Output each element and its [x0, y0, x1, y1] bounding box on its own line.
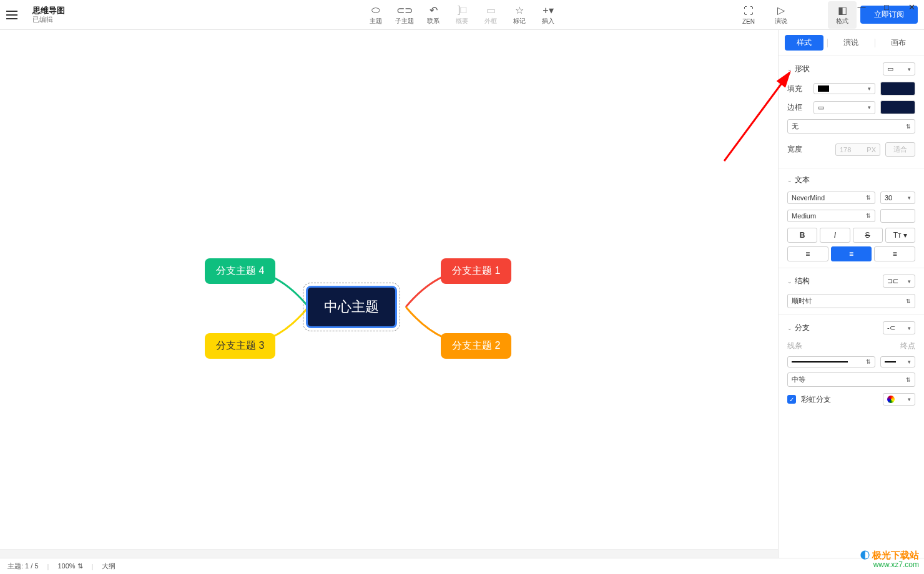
canvas[interactable]: 中心主题 分支主题 4 分支主题 1 分支主题 3 分支主题 2: [0, 30, 778, 558]
text-case-button[interactable]: Tт ▾: [885, 228, 915, 243]
outline-button[interactable]: 大纲: [102, 562, 115, 571]
align-left-button[interactable]: ≡: [787, 246, 828, 261]
branch-header[interactable]: ⌄ 分支 -⊂▾: [787, 321, 915, 334]
branch-topic-2[interactable]: 分支主题 2: [441, 333, 511, 359]
chevron-down-icon: ⌄: [787, 177, 792, 183]
panel-tabs: 样式 演说 画布: [779, 30, 924, 56]
branch-icon: -⊂: [887, 324, 895, 332]
menu-icon[interactable]: [6, 7, 21, 22]
section-branch: ⌄ 分支 -⊂▾ 线条 终点 ⇅ ▾ 中等⇅ ✓ 彩虹分支 ▾: [779, 315, 924, 417]
chevron-down-icon: ⌄: [787, 66, 792, 72]
endpoint-label: 终点: [900, 341, 915, 351]
branch-topic-4[interactable]: 分支主题 4: [205, 258, 275, 284]
section-structure: ⌄ 结构 ⊐⊏▾ 顺时针⇅: [779, 268, 924, 315]
window-controls: — □ ✕: [849, 0, 924, 16]
rainbow-palette-select[interactable]: ▾: [883, 393, 915, 406]
rainbow-checkbox[interactable]: ✓: [787, 395, 796, 404]
chevron-down-icon: ⌄: [787, 325, 792, 331]
tab-canvas[interactable]: 画布: [879, 35, 918, 51]
center-topic[interactable]: 中心主题: [306, 286, 397, 328]
title-block: 思维导图 已编辑: [32, 6, 65, 24]
font-weight-select[interactable]: Medium⇅: [787, 210, 875, 222]
align-right-button[interactable]: ≡: [874, 246, 915, 261]
format-icon: ◧: [838, 4, 847, 16]
subtopic-icon: ⊂⊃: [396, 4, 413, 16]
section-shape: ⌄ 形状 ▭▾ 填充 ▾ 边框 ▭▾ 无⇅: [779, 56, 924, 168]
boundary-button[interactable]: ▭ 外框: [476, 1, 505, 29]
border-style-select[interactable]: 无⇅: [787, 119, 915, 134]
summary-button[interactable]: ]□ 概要: [448, 1, 476, 29]
boundary-icon: ▭: [486, 4, 496, 16]
statusbar: 主题: 1 / 5 | 100% ⇅ | 大纲: [0, 558, 924, 574]
palette-icon: [887, 396, 895, 403]
insert-icon: +▾: [543, 4, 553, 16]
topic-button[interactable]: ⬭ 主题: [361, 1, 390, 29]
subtopic-button[interactable]: ⊂⊃ 子主题: [390, 1, 419, 29]
present-icon: ▷: [777, 4, 785, 16]
marker-button[interactable]: ☆ 标记: [505, 1, 534, 29]
width-label: 宽度: [787, 144, 808, 155]
fill-select[interactable]: ▾: [813, 83, 875, 94]
structure-icon: ⊐⊏: [887, 277, 898, 285]
topic-icon: ⬭: [371, 4, 380, 16]
line-thickness-select[interactable]: ⇅: [787, 356, 875, 367]
fill-label: 填充: [787, 84, 808, 94]
zen-button[interactable]: ⛶ ZEN: [734, 1, 763, 29]
tab-present[interactable]: 演说: [832, 35, 870, 51]
h-scrollbar[interactable]: [0, 549, 778, 558]
shape-select[interactable]: ▭▾: [883, 62, 915, 75]
fill-color[interactable]: [880, 82, 915, 95]
line-label: 线条: [787, 341, 895, 351]
font-select[interactable]: NeverMind⇅: [787, 192, 875, 204]
strike-button[interactable]: S: [853, 228, 883, 243]
main: 中心主题 分支主题 4 分支主题 1 分支主题 3 分支主题 2 样式 演说 画…: [0, 30, 924, 558]
border-label: 边框: [787, 102, 808, 113]
maximize-button[interactable]: □: [874, 0, 899, 16]
bold-button[interactable]: B: [787, 228, 817, 243]
rect-icon: ▭: [818, 104, 824, 112]
present-button[interactable]: ▷ 演说: [767, 1, 795, 29]
fit-button[interactable]: 适合: [885, 142, 915, 157]
relation-button[interactable]: ↶ 联系: [419, 1, 448, 29]
format-panel: 样式 演说 画布 ⌄ 形状 ▭▾ 填充 ▾: [778, 30, 924, 558]
branch-topic-3[interactable]: 分支主题 3: [205, 333, 275, 359]
align-group: ≡ ≡ ≡: [787, 246, 915, 261]
rainbow-label: 彩虹分支: [801, 394, 831, 405]
chevron-down-icon: ⌄: [787, 278, 792, 285]
minimize-button[interactable]: —: [849, 0, 874, 16]
border-color[interactable]: [880, 100, 915, 114]
marker-icon: ☆: [515, 4, 524, 16]
branch-topic-1[interactable]: 分支主题 1: [441, 258, 511, 284]
shape-header[interactable]: ⌄ 形状 ▭▾: [787, 62, 915, 75]
doc-status: 已编辑: [32, 16, 65, 24]
relation-icon: ↶: [430, 4, 438, 16]
text-color[interactable]: [880, 209, 915, 223]
topbar: 思维导图 已编辑 ⬭ 主题 ⊂⊃ 子主题 ↶ 联系 ]□ 概要 ▭ 外框: [0, 0, 924, 30]
text-header[interactable]: ⌄ 文本: [787, 175, 915, 185]
zoom-level[interactable]: 100% ⇅: [57, 562, 82, 570]
structure-header[interactable]: ⌄ 结构 ⊐⊏▾: [787, 275, 915, 288]
topic-count: 主题: 1 / 5: [7, 562, 39, 571]
rounded-rect-icon: ▭: [887, 65, 893, 73]
zen-icon: ⛶: [744, 5, 754, 17]
width-input[interactable]: 178PX: [835, 144, 880, 156]
font-size-select[interactable]: 30▾: [880, 192, 915, 204]
structure-shape-select[interactable]: ⊐⊏▾: [883, 275, 915, 288]
tab-sep: [827, 39, 828, 47]
branch-style-select[interactable]: -⊂▾: [883, 321, 915, 334]
doc-title: 思维导图: [32, 6, 65, 16]
close-button[interactable]: ✕: [899, 0, 924, 16]
toolbar-center: ⬭ 主题 ⊂⊃ 子主题 ↶ 联系 ]□ 概要 ▭ 外框 ☆ 标记: [361, 1, 563, 29]
italic-button[interactable]: I: [820, 228, 850, 243]
direction-select[interactable]: 顺时针⇅: [787, 294, 915, 308]
insert-button[interactable]: +▾ 插入: [534, 1, 563, 29]
align-center-button[interactable]: ≡: [831, 246, 872, 261]
text-style-group: B I S Tт ▾: [787, 228, 915, 243]
border-select[interactable]: ▭▾: [813, 101, 875, 114]
section-text: ⌄ 文本 NeverMind⇅ 30▾ Medium⇅ B I S Tт ▾: [779, 168, 924, 268]
endpoint-select[interactable]: ▾: [880, 356, 915, 367]
tab-sep: [875, 39, 875, 47]
line-weight-select[interactable]: 中等⇅: [787, 372, 915, 387]
tab-style[interactable]: 样式: [785, 35, 823, 51]
summary-icon: ]□: [458, 4, 466, 16]
